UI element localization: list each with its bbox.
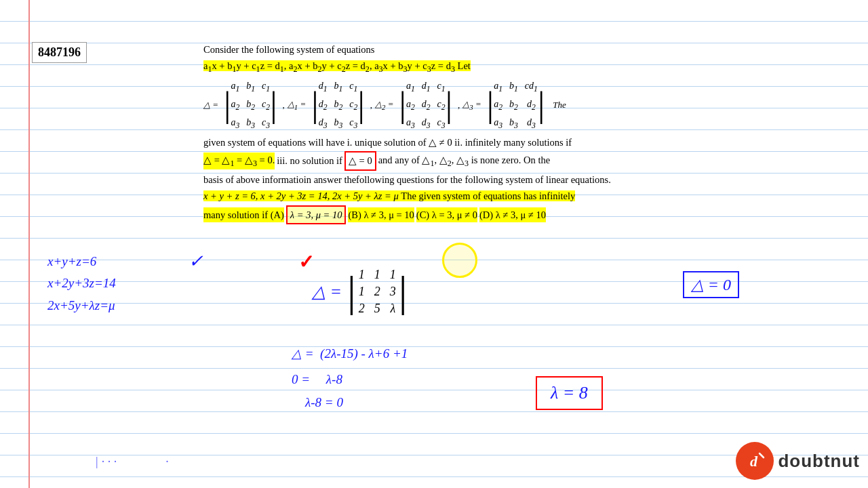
- handwritten-equations: x+y+z=6 x+2y+3z=14 2x+5y+λz=μ: [47, 251, 116, 317]
- delta3-label: △3 =: [462, 98, 481, 113]
- answer-b: (B) λ ≠ 3, μ = 10: [348, 207, 414, 222]
- condition-no-solution: iii. no solution if: [277, 153, 342, 168]
- delta2-matrix: | a1d1c1 a2d2c2 a3d3c3 |: [399, 79, 453, 132]
- comma2: ,: [370, 98, 372, 112]
- many-solution-text: many solution if (A): [203, 207, 284, 222]
- doubtnut-icon: d: [736, 442, 774, 480]
- delta-label: △ =: [203, 98, 218, 112]
- answer-d: (D) λ ≠ 3, μ ≠ 10: [479, 207, 546, 222]
- blue-checkmark: ✓: [189, 251, 203, 272]
- delta-matrix: | a1b1c1 a2b2c2 a3b3c3 |: [224, 79, 277, 132]
- delta2-label: △2 =: [375, 98, 393, 113]
- delta1-matrix: | d1b1c1 d2b2c2 d3b3c3 |: [311, 79, 365, 132]
- calculation-area: △ = (2λ-15) - λ+6 +1 0 = λ-8 λ-8 = 0: [292, 342, 408, 415]
- question-id: 8487196: [32, 42, 87, 63]
- calc-line1: △ = (2λ-15) - λ+6 +1: [292, 342, 408, 365]
- doubtnut-svg-icon: d: [742, 448, 768, 474]
- delta-zero-handwritten: △ = 0: [683, 271, 739, 298]
- condition-highlighted: △ = △1 = △3 = 0.: [203, 152, 275, 170]
- answer-c: (C) λ = 3, μ ≠ 0: [416, 207, 477, 222]
- calc-line3: λ-8 = 0: [305, 391, 408, 414]
- comma1: ,: [283, 98, 285, 112]
- calc-line2: 0 = λ-8: [292, 368, 408, 391]
- the-label: The: [553, 98, 566, 112]
- main-content: 8487196 Consider the following system of…: [0, 0, 868, 488]
- system-equations-highlighted: x + y + z = 6, x + 2y + 3z = 14, 2x + 5y…: [203, 190, 575, 201]
- bottom-partial-text: | · · · ·: [95, 455, 168, 469]
- consider-text: Consider the following system of equatio…: [203, 44, 375, 55]
- basis-text: basis of above informatioin answer thefo…: [203, 174, 611, 185]
- delta1-label: △1 =: [288, 98, 306, 113]
- delta-zero-boxed: △ = 0: [344, 151, 376, 170]
- equations-line: a1x + b1y + c1z = d1, a2x + b2y + c2z = …: [203, 60, 471, 71]
- eq1-handwritten: x+y+z=6: [47, 251, 116, 272]
- matrix-display: | 111 123 25λ |: [347, 268, 408, 316]
- comma3: ,: [458, 98, 460, 112]
- circle-highlight: [442, 243, 477, 278]
- eq2-handwritten: x+2y+3z=14: [47, 272, 116, 294]
- condition-end-text: and any of △1, △2, △3 is none zero. On t…: [378, 152, 550, 170]
- condition-unique: given system of equations will have i. u…: [203, 137, 572, 148]
- answer-a-box: λ = 3, μ = 10: [286, 205, 347, 224]
- delta3-matrix: | a1b1cd1 a2b2d2 a3b3d3 |: [487, 79, 545, 132]
- svg-text:d: d: [750, 453, 758, 470]
- delta-matrix-handwritten: △ = | 111 123 25λ |: [312, 268, 408, 316]
- delta-equals-hw: △ =: [312, 281, 342, 302]
- doubtnut-logo: d doubtnut: [736, 442, 860, 480]
- doubtnut-brand-name: doubtnut: [778, 451, 860, 472]
- eq3-handwritten: 2x+5y+λz=μ: [47, 295, 116, 317]
- top-text-block: Consider the following system of equatio…: [203, 42, 827, 224]
- result-box: λ = 8: [536, 376, 603, 410]
